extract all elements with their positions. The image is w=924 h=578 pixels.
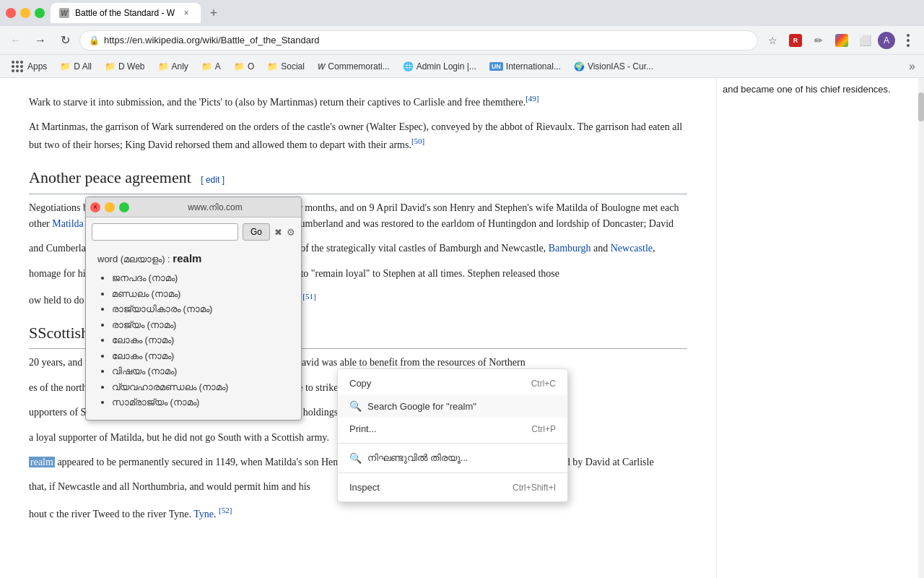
scrollbar-thumb[interactable] — [918, 92, 924, 121]
bookmark-star-button[interactable]: ☆ — [762, 30, 783, 51]
bookmark-a[interactable]: 📁 A — [196, 59, 227, 74]
back-button[interactable]: ← — [6, 30, 26, 51]
dict-minimize-button[interactable] — [105, 202, 115, 212]
new-tab-button[interactable]: + — [204, 3, 224, 23]
globe-icon: 🌐 — [403, 61, 414, 72]
address-text: https://en.wikipedia.org/wiki/Battle_of_… — [104, 35, 749, 46]
ctx-print[interactable]: Print... Ctrl+P — [338, 418, 567, 440]
ctx-search-google[interactable]: 🔍 Search Google for "realm" — [338, 394, 567, 418]
dict-meaning-4: രാജ്യം (നാമം) — [112, 318, 289, 332]
context-menu: Copy Ctrl+C 🔍 Search Google for "realm" … — [337, 368, 568, 502]
dict-gear-icon[interactable]: ⚙ — [287, 227, 295, 238]
dict-word-label: word — [97, 254, 118, 264]
edit-button[interactable]: ✏ — [808, 30, 829, 51]
ctx-search-icon: 🔍 — [349, 400, 362, 412]
scottish-rule-para-7: hout c the river Tweed to the river Tyne… — [29, 504, 687, 522]
newcastle-link[interactable]: Newcastle — [611, 243, 653, 254]
user-avatar[interactable]: A — [878, 32, 895, 49]
chrome-menu-button[interactable] — [898, 30, 918, 51]
browser-frame: W Battle of the Standard - W × + ← → ↻ 🔒… — [0, 0, 924, 578]
bookmark-commemorati[interactable]: W Commemorati... — [312, 59, 396, 74]
dict-go-button[interactable]: Go — [243, 223, 270, 241]
highlighted-realm: realm — [29, 457, 55, 467]
window-maximize-button[interactable] — [35, 8, 45, 18]
tab-title: Battle of the Standard - W — [75, 8, 175, 18]
folder-icon-2: 📁 — [105, 61, 116, 72]
ctx-malayalam-search[interactable]: 🔍 നിഘണ്ടുവിൽ തിരയൂ... — [338, 447, 567, 470]
dict-titlebar: × www.നിo.com — [86, 197, 301, 217]
tyne-link[interactable]: Tyne — [193, 508, 214, 519]
toolbar: ← → ↻ 🔒 https://en.wikipedia.org/wiki/Ba… — [0, 26, 924, 55]
window-minimize-button[interactable] — [20, 8, 30, 18]
bookmark-d-web-label: D Web — [118, 61, 144, 72]
ctx-inspect-shortcut: Ctrl+Shift+I — [513, 483, 556, 493]
bookmark-social[interactable]: 📁 Social — [261, 59, 310, 74]
ctx-inspect[interactable]: Inspect Ctrl+Shift+I — [338, 476, 567, 499]
bookmark-d-web[interactable]: 📁 D Web — [99, 59, 150, 74]
bookmarks-bar: Apps 📁 D All 📁 D Web 📁 Anly 📁 A 📁 O 📁 So… — [0, 55, 924, 78]
extension-button-2[interactable] — [832, 30, 852, 51]
bookmark-admin-login[interactable]: 🌐 Admin Login |... — [397, 59, 482, 74]
dict-meaning-5: ലോകം (നാമം) — [112, 333, 289, 348]
ctx-copy-label: Copy — [349, 378, 371, 389]
ctx-search-label: Search Google for "realm" — [367, 401, 476, 412]
dict-meaning-8: വ്യവഹാരമണ്ഡലം (നാമം) — [112, 380, 289, 394]
dictionary-popup: × www.നിo.com Go ✖ ⚙ word (മലയാളം) : rea… — [85, 197, 302, 420]
bookmark-visionias[interactable]: 🌍 VisionIAS - Cur... — [568, 59, 659, 74]
apps-grid-icon — [12, 61, 23, 72]
dict-meaning-7: വിഷയം (നാമം) — [112, 364, 289, 379]
ctx-divider-1 — [338, 443, 567, 444]
right-panel: and became one of his chief residences. — [716, 78, 918, 578]
martinmas-para: At Martinmas, the garrison of Wark surre… — [29, 119, 687, 153]
dict-close-button[interactable]: × — [90, 202, 100, 212]
window-close-button[interactable] — [6, 8, 16, 18]
tab-bar: W Battle of the Standard - W × + — [51, 3, 918, 23]
section-title-another-peace: Another peace agreement [ edit ] — [29, 165, 687, 194]
ctx-print-shortcut: Ctrl+P — [531, 424, 556, 434]
dict-colon: : — [167, 254, 170, 264]
folder-icon-4: 📁 — [201, 61, 212, 72]
right-panel-text: and became one of his chief residences. — [723, 84, 912, 95]
bookmark-international[interactable]: UN International... — [484, 59, 567, 74]
dict-meaning-9: സാമ്രാജ്യം (നാമം) — [112, 395, 289, 410]
ctx-malayalam-label: നിഘണ്ടുവിൽ തിരയൂ... — [367, 452, 468, 464]
un-icon: UN — [489, 62, 503, 71]
folder-icon-3: 📁 — [158, 61, 169, 72]
bamburgh-link[interactable]: Bamburgh — [549, 243, 591, 254]
bookmark-international-label: International... — [506, 61, 561, 72]
bookmarks-overflow-button[interactable]: » — [906, 57, 918, 76]
bookmark-anly-label: Anly — [172, 61, 188, 72]
extension-button-1[interactable]: R — [785, 30, 806, 51]
bookmark-o-label: O — [248, 61, 254, 72]
section-edit-link[interactable]: [ edit ] — [201, 175, 225, 185]
bookmark-d-all[interactable]: 📁 D All — [54, 59, 97, 74]
scrollbar[interactable] — [918, 78, 924, 578]
folder-icon-6: 📁 — [267, 61, 278, 72]
dict-word-script: (മലയാളം) — [121, 254, 165, 264]
ctx-print-label: Print... — [349, 423, 377, 434]
visionias-icon: 🌍 — [574, 61, 585, 72]
active-tab[interactable]: W Battle of the Standard - W × — [51, 3, 201, 23]
reload-button[interactable]: ↻ — [55, 30, 75, 51]
bookmark-apps[interactable]: Apps — [6, 58, 53, 75]
bookmark-a-label: A — [215, 61, 221, 72]
forward-button[interactable]: → — [30, 30, 51, 51]
dict-meaning-2: മണ്ഡലം (നാമം) — [112, 287, 289, 301]
bookmark-anly[interactable]: 📁 Anly — [152, 59, 194, 74]
ctx-inspect-label: Inspect — [349, 482, 380, 493]
tab-close-button[interactable]: × — [180, 7, 192, 19]
dict-search-input[interactable] — [92, 223, 238, 241]
ctx-copy[interactable]: Copy Ctrl+C — [338, 372, 567, 394]
dict-maximize-button[interactable] — [119, 202, 129, 212]
ctx-divider-2 — [338, 473, 567, 473]
dict-settings-icon[interactable]: ✖ — [274, 227, 282, 238]
cast-button[interactable]: ⬜ — [855, 30, 875, 51]
dict-title: www.നിo.com — [134, 202, 297, 212]
folder-icon: 📁 — [60, 61, 71, 72]
folder-icon-5: 📁 — [234, 61, 245, 72]
bookmark-admin-label: Admin Login |... — [417, 61, 476, 72]
title-bar: W Battle of the Standard - W × + — [0, 0, 924, 26]
address-bar[interactable]: 🔒 https://en.wikipedia.org/wiki/Battle_o… — [79, 30, 758, 51]
toolbar-actions: ☆ R ✏ ⬜ A — [762, 30, 918, 51]
bookmark-o[interactable]: 📁 O — [228, 59, 260, 74]
